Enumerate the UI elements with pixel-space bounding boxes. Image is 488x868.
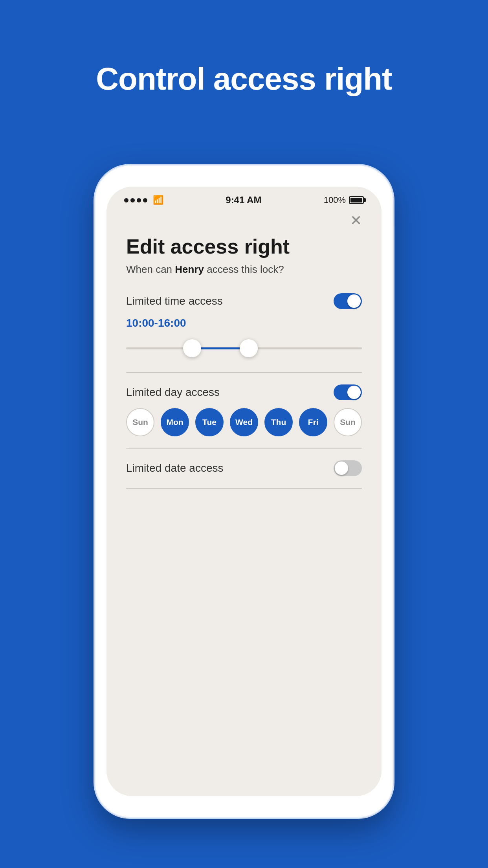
time-slider[interactable] [126,337,362,360]
status-bar: 📶 9:41 AM 100% [106,187,382,210]
divider-1 [126,372,362,373]
slider-thumb-right[interactable] [240,339,258,357]
limited-time-row: Limited time access [126,293,362,309]
day-tue[interactable]: Tue [195,408,224,436]
day-sat-label: Sun [340,417,356,427]
limited-date-label: Limited date access [126,462,223,474]
slider-thumb-left[interactable] [183,339,201,357]
phone-screen: 📶 9:41 AM 100% ✕ Edit access right [106,187,382,796]
subtitle-name: Henry [175,263,204,275]
status-right: 100% [324,195,364,205]
subtitle-end: access this lock? [204,263,284,275]
phone-shell: 📶 9:41 AM 100% ✕ Edit access right [95,165,393,818]
close-button[interactable]: ✕ [350,213,362,228]
app-content: ✕ Edit access right When can Henry acces… [106,210,382,796]
day-fri-label: Fri [308,417,319,427]
limited-time-toggle[interactable] [334,293,362,309]
day-mon-label: Mon [166,417,183,427]
signal-dots [124,198,147,202]
day-sun-1-label: Sun [132,417,148,427]
page-title: Control access right [0,61,488,97]
dialog-title: Edit access right [126,235,362,258]
toggle-knob-date [335,462,348,475]
status-left: 📶 [124,195,163,205]
status-time: 9:41 AM [226,195,261,206]
toggle-knob [347,294,361,308]
limited-date-toggle[interactable] [334,460,362,476]
limited-day-row: Limited day access [126,384,362,400]
toggle-knob-day [347,386,361,399]
limited-time-label: Limited time access [126,295,223,307]
day-fri[interactable]: Fri [299,408,327,436]
battery-icon [349,196,364,204]
phone-device: 📶 9:41 AM 100% ✕ Edit access right [95,165,393,826]
limited-day-label: Limited day access [126,386,220,399]
day-sat[interactable]: Sun [334,408,362,436]
battery-percentage: 100% [324,195,346,205]
day-thu-label: Thu [271,417,286,427]
day-wed-label: Wed [235,417,253,427]
close-button-row: ✕ [126,213,362,228]
time-range-label: 10:00-16:00 [126,317,362,329]
day-wed[interactable]: Wed [230,408,258,436]
day-thu[interactable]: Thu [264,408,293,436]
limited-day-toggle[interactable] [334,384,362,400]
days-container: Sun Mon Tue Wed Thu Fri [126,408,362,436]
limited-date-row: Limited date access [126,460,362,476]
day-tue-label: Tue [202,417,216,427]
subtitle-plain: When can [126,263,175,275]
divider-3 [126,488,362,489]
day-mon[interactable]: Mon [161,408,189,436]
battery-fill [350,198,362,202]
wifi-icon: 📶 [153,195,163,205]
day-sun-1[interactable]: Sun [126,408,154,436]
dialog-subtitle: When can Henry access this lock? [126,263,362,276]
divider-2 [126,448,362,449]
